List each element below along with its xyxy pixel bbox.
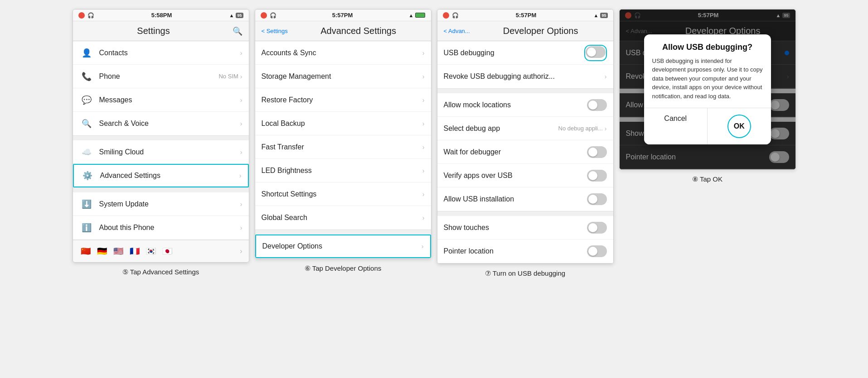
toggle-switch[interactable] [587,99,607,111]
toggle-switch[interactable] [587,170,607,182]
list-item-icon: ⬇️ [79,197,94,211]
list-item-label: Accounts & Sync [262,49,422,57]
screen-caption: ⑧ Tap OK [692,175,723,183]
chevron-right-icon: › [240,148,242,156]
list-item[interactable]: Local Backup› [255,112,431,135]
phone-3: 🎧5:57PM▲95< Advan...Developer OptionsUSB… [437,9,614,264]
list-item-label: About this Phone [99,224,240,232]
list-item[interactable]: Global Search› [255,206,431,230]
list-item[interactable]: ☁️Smiling Cloud› [73,140,249,164]
status-left: 🎧 [78,12,94,19]
toggle-switch[interactable] [587,146,607,158]
list-item[interactable]: Shortcut Settings› [255,182,431,206]
list-section-1: Developer Options› [255,234,431,258]
flag-icon[interactable]: 🇫🇷 [128,245,141,258]
list-item[interactable]: LED Brightness› [255,159,431,182]
list-item[interactable]: Pointer location [437,239,613,263]
list-item-label: Allow mock locations [444,101,587,109]
dialog-cancel-button[interactable]: Cancel [644,108,708,144]
screen-wrapper-4: 🎧5:57PM▲95< Advan...Developer OptionsUSB… [619,9,796,183]
chevron-right-icon: › [422,96,425,104]
list-item-label: Storage Management [262,72,422,81]
list-item[interactable]: Select debug appNo debug appli...› [437,117,613,140]
list-item-icon: ☁️ [79,145,94,159]
flag-icon[interactable]: 🇯🇵 [161,245,174,258]
nav-title: Developer Options [475,26,607,36]
flag-icon[interactable]: 🇰🇷 [145,245,157,258]
list-item-label: Revoke USB debugging authoriz... [444,72,605,81]
nav-bar: Settings🔍 [73,21,249,41]
list-item-label: Smiling Cloud [99,148,240,156]
more-flags-arrow[interactable]: › [240,247,242,255]
list-item[interactable]: Restore Factory› [255,88,431,112]
screens-container: 🎧5:58PM▲95Settings🔍👤Contacts›📞PhoneNo SI… [73,9,796,278]
wifi-icon: ▲ [594,13,599,18]
back-button[interactable]: < Settings [262,28,288,34]
list-item[interactable]: Storage Management› [255,65,431,88]
chevron-right-icon: › [422,120,425,127]
list-item[interactable]: 📞PhoneNo SIM› [73,65,249,88]
list-section-0: Accounts & Sync›Storage Management›Resto… [255,41,431,230]
status-time: 5:58PM [151,12,172,19]
list-item[interactable]: Allow USB installation [437,187,613,211]
status-time: 5:57PM [332,12,353,19]
toggle-switch[interactable] [586,46,606,58]
list-item[interactable]: Fast Transfer› [255,135,431,159]
list-item[interactable]: Show touches [437,216,613,239]
chevron-right-icon: › [422,73,425,80]
list-item-label: Pointer location [444,247,587,255]
dialog-ok-button[interactable]: OK [707,108,771,144]
chevron-right-icon: › [240,49,242,57]
list-item-label: Search & Voice [99,120,240,128]
flag-icon[interactable]: 🇺🇸 [112,245,125,258]
section-gap [255,230,431,234]
flag-icon[interactable]: 🇩🇪 [96,245,108,258]
status-right: ▲95 [594,13,608,18]
list-item-label: Developer Options [262,242,422,250]
ok-circle: OK [727,115,751,138]
list-item[interactable]: Developer Options› [255,234,431,258]
battery-icon [415,13,425,18]
chevron-right-icon: › [239,172,242,179]
list-item[interactable]: ⚙️Advanced Settings› [73,164,249,187]
phone-1: 🎧5:58PM▲95Settings🔍👤Contacts›📞PhoneNo SI… [73,9,249,263]
list-item-sublabel: No SIM [218,73,238,80]
list-item-label: Wait for debugger [444,148,587,156]
list-item[interactable]: USB debugging [437,41,613,65]
list-item-icon: 🔍 [79,116,94,131]
screen-wrapper-2: 🎧5:57PM▲< SettingsAdvanced SettingsAccou… [255,9,432,273]
list-section-0: USB debuggingRevoke USB debugging author… [437,41,613,89]
chevron-right-icon: › [240,73,242,80]
list-item-label: Restore Factory [262,96,422,104]
list-item[interactable]: 💬Messages› [73,88,249,112]
nav-title: Settings [79,26,228,36]
chevron-right-icon: › [422,144,425,151]
headphone-icon: 🎧 [452,12,459,19]
list-item[interactable]: Wait for debugger [437,140,613,164]
battery-badge: 95 [236,13,243,18]
list-item[interactable]: Revoke USB debugging authoriz...› [437,65,613,88]
chevron-right-icon: › [422,243,424,250]
search-icon[interactable]: 🔍 [233,26,242,36]
status-right: ▲ [409,13,426,18]
toggle-switch[interactable] [587,222,607,234]
list-item[interactable]: Allow mock locations [437,93,613,117]
screen-caption: ⑤ Tap Advanced Settings [122,268,199,276]
list-section-0: 👤Contacts›📞PhoneNo SIM›💬Messages›🔍Search… [73,41,249,136]
nav-bar: < SettingsAdvanced Settings [255,21,431,41]
chevron-right-icon: › [240,120,242,127]
back-button[interactable]: < Advan... [444,28,470,34]
list-item-label: System Update [99,200,240,208]
usb-debugging-dialog: Allow USB debugging?USB debugging is int… [644,34,771,145]
list-item-label: Allow USB installation [444,195,587,203]
list-item-icon: 📞 [79,69,94,84]
list-item[interactable]: 👤Contacts› [73,41,249,65]
list-item[interactable]: Verify apps over USB [437,164,613,187]
list-item[interactable]: ℹ️About this Phone› [73,216,249,239]
toggle-switch[interactable] [587,245,607,257]
list-item[interactable]: 🔍Search & Voice› [73,112,249,135]
list-item[interactable]: Accounts & Sync› [255,41,431,65]
flag-icon[interactable]: 🇨🇳 [79,245,92,258]
toggle-switch[interactable] [587,193,607,205]
list-item[interactable]: ⬇️System Update› [73,192,249,216]
